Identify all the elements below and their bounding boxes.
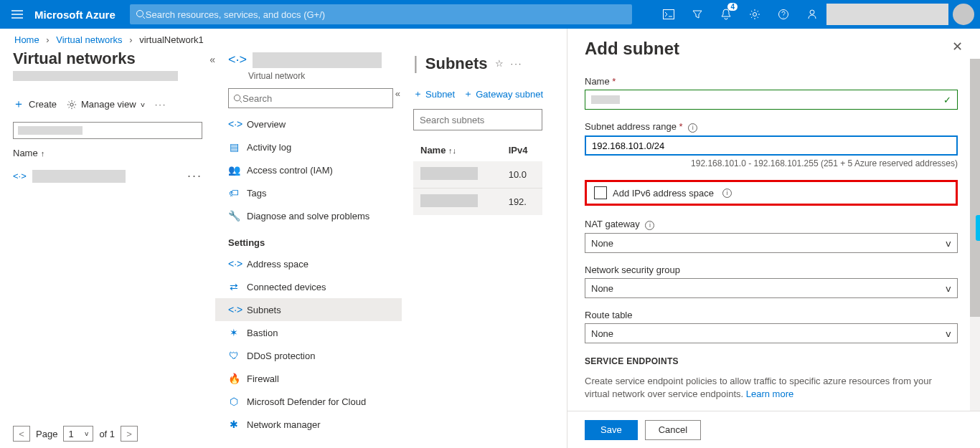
menu-ddos[interactable]: 🛡DDoS protection — [215, 344, 402, 367]
menu-label: Microsoft Defender for Cloud — [247, 396, 366, 407]
defender-icon: ⬡ — [228, 396, 240, 407]
brand-label: Microsoft Azure — [34, 9, 130, 21]
svg-point-4 — [810, 10, 814, 14]
collapse-button[interactable]: « — [209, 54, 215, 65]
filter-icon — [692, 9, 703, 20]
ipv6-checkbox[interactable] — [594, 186, 607, 199]
ipv6-label: Add IPv6 address space — [613, 188, 714, 199]
ipv6-checkbox-row[interactable]: Add IPv6 address space i — [585, 180, 958, 206]
manage-view-label: Manage view — [81, 99, 136, 110]
topbar: Microsoft Azure 4 — [0, 0, 980, 29]
menu-search[interactable] — [228, 88, 393, 108]
bastion-icon: ✶ — [228, 327, 240, 338]
table-row[interactable]: 192. — [413, 189, 542, 216]
feedback-button[interactable] — [798, 0, 826, 29]
column-header-name[interactable]: Name ↑ — [13, 148, 202, 158]
vnet-icon: <·> — [228, 118, 240, 130]
range-label: Subnet address range * i — [585, 121, 958, 133]
menu-subnets[interactable]: <·>Subnets — [215, 298, 402, 321]
cloud-shell-button[interactable] — [654, 0, 683, 29]
account-box[interactable] — [826, 4, 948, 25]
row-more-button[interactable]: ··· — [187, 168, 202, 184]
global-search[interactable] — [130, 4, 632, 24]
menu-label: Subnets — [247, 305, 281, 315]
subnet-name-redacted — [420, 194, 478, 207]
nat-select[interactable]: Noneⅴ — [585, 233, 958, 253]
add-gw-subnet-button[interactable]: ＋Gateway subnet — [463, 87, 543, 100]
settings-button[interactable] — [740, 0, 769, 29]
cancel-button[interactable]: Cancel — [645, 420, 701, 440]
name-header-label: Name — [13, 148, 38, 158]
divider: | — [413, 52, 418, 75]
search-icon — [233, 94, 242, 103]
th-ipv4[interactable]: IPv4 — [501, 139, 542, 161]
collapse-button[interactable]: « — [395, 88, 400, 99]
name-field[interactable] — [591, 95, 951, 105]
save-button[interactable]: Save — [585, 420, 638, 440]
subnet-search-input[interactable] — [420, 115, 540, 125]
filter-input[interactable] — [13, 122, 202, 139]
page-select[interactable]: 1ⅴ — [63, 426, 93, 442]
table-row[interactable]: 10.0 — [413, 161, 542, 189]
pager-prev[interactable]: < — [13, 426, 30, 442]
notifications-button[interactable]: 4 — [712, 0, 740, 29]
menu-search-input[interactable] — [242, 93, 388, 104]
menu-bastion[interactable]: ✶Bastion — [215, 321, 402, 344]
help-button[interactable] — [769, 0, 798, 29]
menu-defender[interactable]: ⬡Microsoft Defender for Cloud — [215, 390, 402, 413]
pin-button[interactable]: ☆ — [495, 58, 504, 69]
range-field[interactable] — [592, 140, 951, 151]
hamburger-button[interactable] — [0, 0, 34, 29]
pager: < Page 1ⅴ of 1 > — [13, 426, 138, 442]
menu-label: Firewall — [247, 373, 279, 384]
crumb-sep: › — [125, 34, 136, 45]
menu-firewall[interactable]: 🔥Firewall — [215, 367, 402, 390]
more-button[interactable]: ··· — [155, 99, 167, 110]
menu-label: Network manager — [247, 419, 321, 430]
th-name[interactable]: Name ↑↓ — [413, 139, 501, 161]
gear-icon — [749, 9, 760, 20]
menu-label: Overview — [247, 119, 286, 130]
subnets-title: Subnets — [425, 54, 488, 73]
create-button[interactable]: ＋ Create — [13, 97, 57, 112]
menu-activity-log[interactable]: ▤Activity log — [215, 135, 402, 158]
info-icon[interactable]: i — [688, 123, 697, 133]
crumb-vnets[interactable]: Virtual networks — [56, 34, 122, 45]
directory-button[interactable] — [683, 0, 712, 29]
search-icon — [136, 9, 146, 19]
nsg-select[interactable]: Noneⅴ — [585, 278, 958, 298]
route-select[interactable]: Noneⅴ — [585, 323, 958, 343]
edge-tab[interactable] — [976, 215, 980, 241]
global-search-input[interactable] — [146, 9, 626, 20]
info-icon[interactable]: i — [645, 221, 654, 230]
more-button[interactable]: ··· — [511, 58, 523, 69]
crumb-home[interactable]: Home — [14, 34, 39, 45]
range-input[interactable] — [585, 135, 958, 156]
name-input[interactable]: ✓ — [585, 90, 958, 110]
devices-icon: ⇄ — [228, 281, 240, 292]
menu-address-space[interactable]: <·>Address space — [215, 252, 402, 275]
resource-menu: <·> Virtual network « <·>Overview ▤Activ… — [215, 48, 402, 447]
close-button[interactable]: ✕ — [952, 39, 963, 54]
page-of: of 1 — [99, 429, 115, 439]
name-value-redacted — [591, 95, 620, 104]
manage-view-button[interactable]: Manage view ⅴ — [67, 99, 145, 110]
add-subnet-button[interactable]: ＋Subnet — [413, 87, 455, 100]
vnet-row[interactable]: <·> ··· — [13, 168, 202, 184]
learn-more-link[interactable]: Learn more — [746, 389, 793, 399]
select-value: None — [591, 328, 613, 339]
vnet-icon: <·> — [228, 52, 247, 67]
help-icon — [778, 9, 789, 20]
menu-diagnose[interactable]: 🔧Diagnose and solve problems — [215, 204, 402, 227]
avatar[interactable] — [953, 4, 974, 25]
chevron-down-icon: ⅴ — [946, 283, 951, 294]
scrollbar-thumb[interactable] — [970, 59, 980, 317]
info-icon[interactable]: i — [722, 189, 732, 198]
subnet-search[interactable] — [413, 109, 542, 130]
menu-connected-devices[interactable]: ⇄Connected devices — [215, 275, 402, 298]
pager-next[interactable]: > — [121, 426, 138, 442]
menu-overview[interactable]: <·>Overview — [215, 113, 402, 135]
menu-tags[interactable]: 🏷Tags — [215, 181, 402, 204]
menu-iam[interactable]: 👥Access control (IAM) — [215, 158, 402, 181]
menu-network-manager[interactable]: ✱Network manager — [215, 413, 402, 436]
